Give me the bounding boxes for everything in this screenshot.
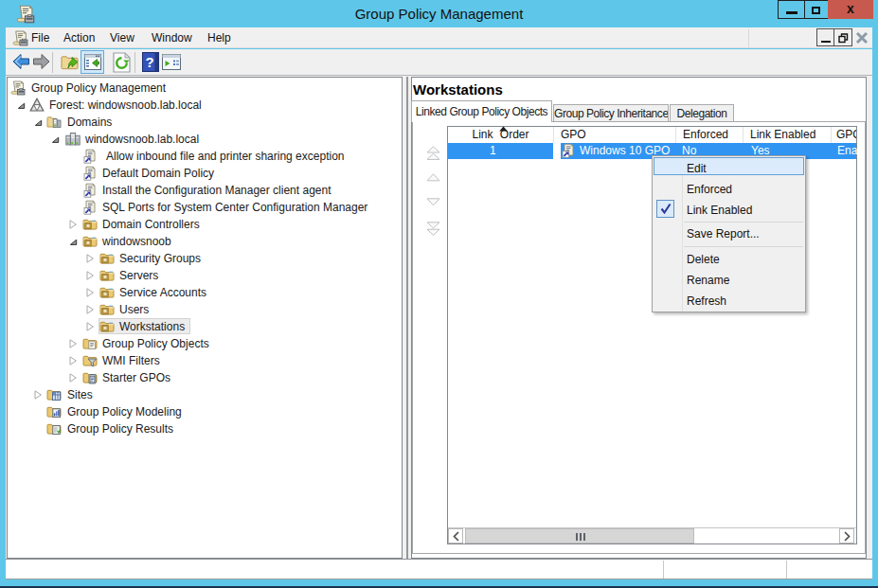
svg-text:?: ? xyxy=(145,54,153,70)
